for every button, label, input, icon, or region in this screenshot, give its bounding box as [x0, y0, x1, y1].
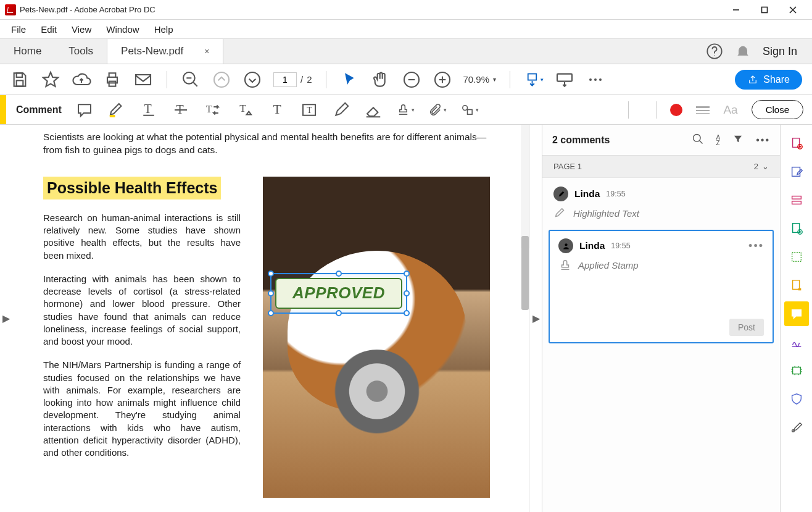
- section-heading: Possible Health Effects: [47, 179, 217, 196]
- highlight-icon[interactable]: [107, 101, 126, 119]
- app-icon: [5, 4, 16, 15]
- zoom-plus-icon[interactable]: [433, 70, 452, 90]
- comments-count: 2 comments: [552, 135, 610, 146]
- combine-files-icon[interactable]: [784, 245, 809, 269]
- notifications-icon[interactable]: [734, 43, 752, 60]
- save-icon[interactable]: [10, 70, 30, 90]
- create-pdf-icon[interactable]: [784, 131, 809, 156]
- color-indicator[interactable]: [670, 104, 682, 116]
- star-icon[interactable]: [41, 70, 60, 90]
- add-text-icon[interactable]: T: [268, 101, 286, 119]
- highlight-type-icon: [553, 206, 567, 220]
- help-icon[interactable]: [706, 43, 723, 60]
- tab-home[interactable]: Home: [0, 39, 55, 64]
- scrollbar-thumb[interactable]: [521, 236, 529, 310]
- tab-document[interactable]: Pets-New.pdf ×: [107, 39, 223, 64]
- comment-item-selected[interactable]: Linda 19:55 ••• Applied Stamp Post: [549, 230, 774, 343]
- selection-tool-icon[interactable]: [340, 70, 360, 90]
- sign-in-link[interactable]: Sign In: [763, 45, 797, 58]
- zoom-out-icon[interactable]: [181, 70, 201, 90]
- underline-icon[interactable]: T: [139, 101, 158, 119]
- comment-author: Linda: [579, 240, 605, 251]
- zoom-minus-icon[interactable]: [402, 70, 421, 90]
- close-window-button[interactable]: [779, 0, 807, 20]
- zoom-level[interactable]: 70.9%▾: [463, 74, 497, 85]
- comments-pane-toggle[interactable]: ▶: [529, 125, 542, 512]
- main-toolbar: / 2 70.9%▾ ▾ Share: [0, 64, 812, 95]
- stamp-tool-icon[interactable]: [396, 101, 415, 119]
- optimize-pdf-icon[interactable]: [784, 358, 809, 383]
- organize-pages-icon[interactable]: [784, 188, 809, 212]
- close-comment-button[interactable]: Close: [752, 100, 803, 119]
- keyboard-icon[interactable]: [555, 70, 574, 90]
- comment-author: Linda: [574, 188, 600, 199]
- sort-comments-icon[interactable]: A Z: [716, 135, 721, 146]
- heading-highlight[interactable]: Possible Health Effects: [43, 177, 221, 199]
- comment-menu-icon[interactable]: •••: [748, 240, 764, 253]
- protect-icon[interactable]: [784, 387, 809, 411]
- menu-window[interactable]: Window: [100, 22, 145, 37]
- more-tools-icon[interactable]: [586, 70, 605, 90]
- paragraph-2: Interacting with animals has been shown …: [43, 273, 241, 348]
- filter-comments-icon[interactable]: [732, 133, 744, 147]
- pencil-icon[interactable]: [332, 101, 350, 119]
- svg-rect-1: [762, 7, 768, 12]
- page-down-icon[interactable]: [242, 70, 262, 90]
- page-up-icon[interactable]: [212, 70, 231, 90]
- nav-pane-toggle[interactable]: ▶: [0, 125, 12, 512]
- replace-text-icon[interactable]: T: [204, 101, 222, 119]
- comment-reply-input[interactable]: [558, 278, 764, 313]
- svg-rect-39: [467, 110, 472, 115]
- cloud-upload-icon[interactable]: [72, 70, 91, 90]
- svg-rect-7: [17, 80, 23, 86]
- svg-point-40: [693, 134, 700, 141]
- stamp-selection[interactable]: APPROVED: [270, 273, 407, 314]
- scrollbar[interactable]: [521, 125, 529, 248]
- strikethrough-icon[interactable]: T: [172, 101, 190, 119]
- hand-tool-icon[interactable]: [371, 70, 391, 90]
- page-current-input[interactable]: [273, 72, 297, 87]
- search-comments-icon[interactable]: [692, 133, 704, 148]
- text-box-icon[interactable]: T: [300, 101, 318, 119]
- comments-header: 2 comments A Z •••: [542, 125, 780, 156]
- svg-text:T: T: [273, 102, 281, 117]
- share-files-icon[interactable]: [784, 273, 809, 298]
- svg-point-15: [214, 72, 229, 87]
- maximize-button[interactable]: [750, 0, 779, 20]
- tab-close-icon[interactable]: ×: [204, 46, 209, 56]
- sticky-note-icon[interactable]: [75, 101, 94, 119]
- document-page[interactable]: Scientists are looking at what the poten…: [12, 125, 529, 512]
- fit-width-icon[interactable]: ▾: [524, 70, 544, 90]
- print-icon[interactable]: [102, 70, 122, 90]
- font-icon[interactable]: Aa: [723, 103, 737, 117]
- attachment-icon[interactable]: [428, 101, 447, 119]
- menu-help[interactable]: Help: [148, 22, 180, 37]
- menu-view[interactable]: View: [65, 22, 97, 37]
- fill-sign-icon[interactable]: [784, 330, 809, 355]
- svg-point-16: [245, 72, 260, 87]
- mail-icon[interactable]: [133, 70, 153, 90]
- titlebar: Pets-New.pdf - Adobe Acrobat Pro DC: [0, 0, 812, 20]
- menu-edit[interactable]: Edit: [35, 22, 63, 37]
- comments-page-row[interactable]: PAGE 1 2 ⌄: [542, 156, 780, 178]
- insert-text-icon[interactable]: T: [236, 101, 254, 119]
- comment-item[interactable]: Linda 19:55 Highlighted Text: [542, 178, 780, 227]
- comment-toolbar: Comment T T T T T T Aa Close: [0, 95, 812, 125]
- more-tools-rail-icon[interactable]: [784, 415, 809, 440]
- post-button[interactable]: Post: [729, 319, 764, 336]
- minimize-button[interactable]: [722, 0, 750, 20]
- edit-pdf-icon[interactable]: [784, 159, 809, 184]
- line-thickness-icon[interactable]: [696, 106, 710, 114]
- tab-tools[interactable]: Tools: [55, 39, 107, 64]
- approved-stamp[interactable]: APPROVED: [275, 278, 402, 309]
- comment-tool-icon[interactable]: [784, 301, 809, 326]
- menu-file[interactable]: File: [5, 22, 32, 37]
- comments-options-icon[interactable]: •••: [756, 135, 770, 146]
- export-pdf-icon[interactable]: [784, 216, 809, 241]
- svg-rect-6: [17, 73, 22, 77]
- svg-rect-54: [792, 367, 800, 374]
- share-button[interactable]: Share: [735, 70, 802, 90]
- drawing-tools-icon[interactable]: [460, 101, 479, 119]
- eraser-icon[interactable]: [364, 101, 383, 119]
- right-tool-rail: [780, 125, 812, 512]
